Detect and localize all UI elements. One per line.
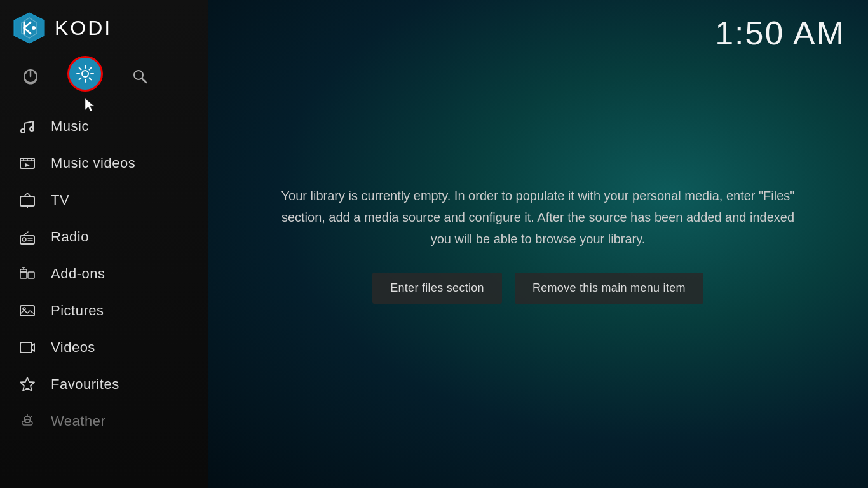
svg-point-21 bbox=[30, 127, 34, 131]
sidebar-item-favourites[interactable]: Favourites bbox=[0, 366, 208, 403]
pictures-icon bbox=[18, 301, 37, 320]
svg-line-15 bbox=[79, 78, 81, 80]
sidebar-label-pictures: Pictures bbox=[51, 302, 104, 319]
search-icon[interactable] bbox=[128, 65, 151, 88]
sidebar-item-tv[interactable]: TV bbox=[0, 182, 208, 219]
svg-point-34 bbox=[22, 238, 26, 241]
sidebar: KODI bbox=[0, 0, 208, 488]
enter-files-button[interactable]: Enter files section bbox=[372, 273, 502, 304]
main-content: 1:50 AM Your library is currently empty.… bbox=[208, 0, 868, 488]
svg-rect-28 bbox=[20, 196, 34, 206]
svg-rect-43 bbox=[20, 306, 34, 316]
sidebar-label-videos: Videos bbox=[51, 339, 95, 356]
sidebar-item-pictures[interactable]: Pictures bbox=[0, 292, 208, 329]
svg-rect-38 bbox=[20, 272, 27, 278]
remove-menu-item-button[interactable]: Remove this main menu item bbox=[515, 273, 703, 304]
svg-rect-45 bbox=[20, 342, 32, 353]
svg-point-5 bbox=[32, 26, 36, 30]
svg-line-14 bbox=[90, 78, 92, 80]
clock: 1:50 AM bbox=[715, 14, 845, 52]
sidebar-item-radio[interactable]: Radio bbox=[0, 219, 208, 255]
svg-marker-27 bbox=[25, 163, 30, 167]
svg-marker-46 bbox=[20, 377, 34, 391]
power-icon[interactable] bbox=[19, 65, 42, 88]
sidebar-label-radio: Radio bbox=[51, 229, 89, 245]
sidebar-item-music-videos[interactable]: Music videos bbox=[0, 145, 208, 182]
sidebar-item-weather[interactable]: Weather bbox=[0, 403, 208, 440]
library-empty-message: Your library is currently empty. In orde… bbox=[278, 185, 799, 250]
sidebar-label-music: Music bbox=[51, 118, 89, 135]
music-icon bbox=[18, 117, 37, 136]
app-header: KODI bbox=[0, 0, 208, 56]
svg-line-16 bbox=[90, 68, 92, 70]
sidebar-label-favourites: Favourites bbox=[51, 376, 119, 393]
svg-marker-17 bbox=[85, 98, 94, 111]
settings-icon[interactable] bbox=[67, 56, 103, 92]
nav-list: Music Music videos bbox=[0, 108, 208, 440]
svg-line-19 bbox=[142, 79, 147, 83]
radio-icon bbox=[18, 227, 37, 247]
videos-icon bbox=[18, 338, 37, 357]
weather-icon bbox=[18, 412, 37, 431]
addons-icon bbox=[18, 264, 37, 283]
app-title: KODI bbox=[55, 17, 112, 40]
svg-point-8 bbox=[82, 71, 88, 77]
svg-rect-39 bbox=[28, 272, 34, 278]
tv-icon bbox=[18, 191, 37, 210]
sidebar-label-add-ons: Add-ons bbox=[51, 266, 105, 282]
action-buttons: Enter files section Remove this main men… bbox=[372, 273, 703, 304]
sidebar-label-weather: Weather bbox=[51, 413, 105, 430]
top-icon-row bbox=[0, 56, 208, 97]
svg-point-20 bbox=[21, 129, 25, 133]
sidebar-item-add-ons[interactable]: Add-ons bbox=[0, 255, 208, 292]
svg-line-13 bbox=[79, 68, 81, 70]
sidebar-item-videos[interactable]: Videos bbox=[0, 329, 208, 366]
favourites-icon bbox=[18, 375, 37, 394]
kodi-logo bbox=[13, 11, 46, 44]
music-video-icon bbox=[18, 154, 37, 173]
sidebar-label-music-videos: Music videos bbox=[51, 155, 135, 172]
svg-line-49 bbox=[31, 416, 32, 417]
content-center: Your library is currently empty. In orde… bbox=[208, 0, 868, 488]
sidebar-item-music[interactable]: Music bbox=[0, 108, 208, 145]
sidebar-label-tv: TV bbox=[51, 192, 69, 208]
